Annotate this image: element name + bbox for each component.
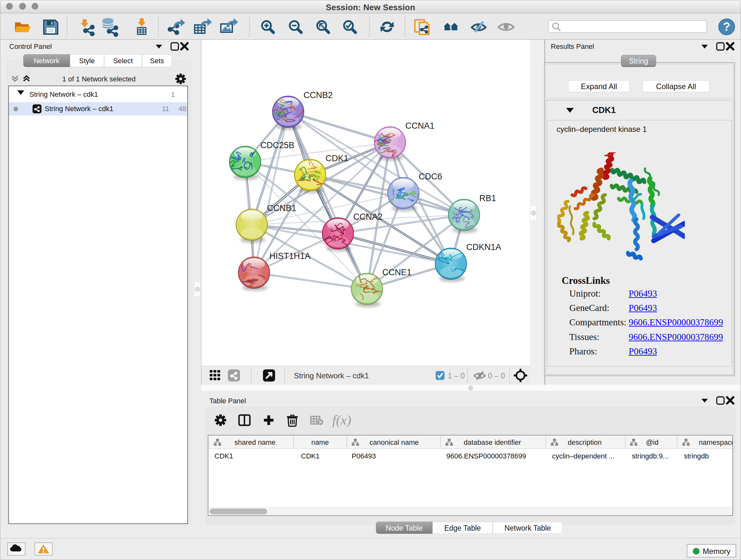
svg-text:CDK1: CDK1: [326, 153, 348, 163]
svg-text:CCNA2: CCNA2: [353, 212, 383, 222]
svg-text:CDK1: CDK1: [214, 452, 233, 460]
svg-text:0 – 0: 0 – 0: [488, 371, 505, 380]
svg-text:CDKN1A: CDKN1A: [466, 242, 501, 252]
svg-text:1 – 0: 1 – 0: [448, 371, 465, 380]
svg-text:canonical name: canonical name: [369, 438, 419, 446]
svg-text:CDC6: CDC6: [419, 172, 442, 181]
svg-text:RB1: RB1: [479, 193, 496, 203]
svg-text:CCNA1: CCNA1: [405, 121, 434, 131]
svg-text:?: ?: [723, 20, 730, 33]
svg-text:CDK1: CDK1: [301, 452, 320, 460]
svg-text:CCNE1: CCNE1: [382, 267, 412, 277]
svg-text:database identifier: database identifier: [464, 438, 521, 446]
svg-text:namespace: namespace: [699, 438, 732, 446]
svg-text:P06493: P06493: [352, 452, 376, 460]
svg-text:CCNB1: CCNB1: [267, 203, 296, 213]
svg-text:shared name: shared name: [234, 438, 275, 446]
svg-text:@id: @id: [646, 438, 658, 446]
svg-text:f(x): f(x): [332, 413, 351, 428]
svg-text:cyclin–dependent ...: cyclin–dependent ...: [552, 452, 615, 460]
svg-text:9606.ENSP00000378699: 9606.ENSP00000378699: [447, 452, 526, 460]
svg-text:name: name: [311, 438, 329, 446]
svg-text:description: description: [568, 438, 602, 446]
svg-text:HIST1H1A: HIST1H1A: [269, 251, 311, 261]
svg-text:CCNB2: CCNB2: [304, 90, 333, 100]
svg-text:CDC25B: CDC25B: [260, 140, 294, 150]
svg-text:stringdb:9...: stringdb:9...: [632, 452, 669, 460]
svg-text:stringdb: stringdb: [684, 452, 709, 460]
svg-text:String Network – cdk1: String Network – cdk1: [294, 371, 369, 380]
